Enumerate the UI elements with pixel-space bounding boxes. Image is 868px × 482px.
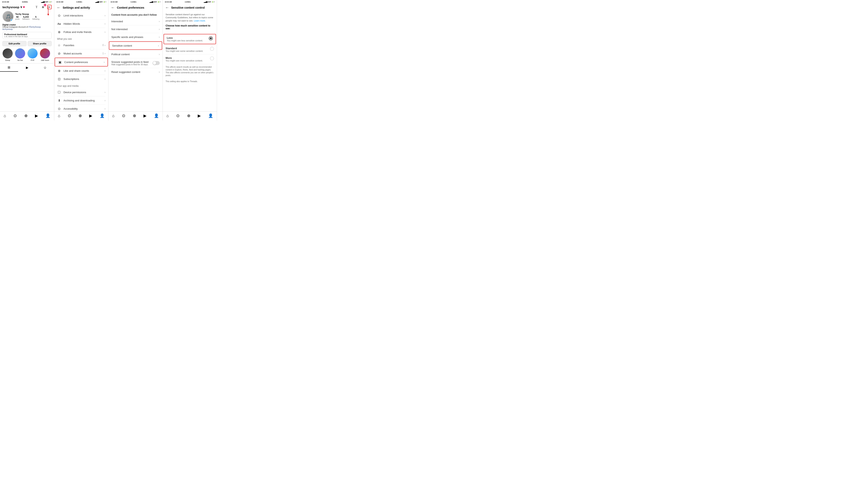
option-more[interactable]: More You might see more sensitive conten… xyxy=(163,55,217,64)
bio-link[interactable]: techysnoop xyxy=(2,28,52,30)
option-more-title: More xyxy=(165,57,208,59)
bio-hashtag[interactable]: #TechySnoop xyxy=(29,26,41,28)
snooze-toggle[interactable] xyxy=(153,61,160,65)
like-share-chevron: › xyxy=(104,69,105,72)
add-nav-3[interactable]: ⊕ xyxy=(133,113,136,118)
follow-invite-chevron: › xyxy=(104,30,105,34)
search-nav-3[interactable]: ⊙ xyxy=(122,113,125,118)
favorites-item[interactable]: ☆ Favorites 0 › xyxy=(54,41,108,49)
posts-label: posts xyxy=(15,18,20,20)
highlight-pyp[interactable]: PYP xyxy=(27,48,38,61)
search-nav[interactable]: ⊙ xyxy=(13,113,17,118)
sensitive-content-item[interactable]: Sensitive content › xyxy=(109,41,162,50)
hidden-words-chevron: › xyxy=(104,22,105,25)
home-nav-2[interactable]: ⌂ xyxy=(58,114,60,118)
online-dot xyxy=(23,6,25,8)
bio-role: Digital creator xyxy=(2,24,52,26)
reels-tab[interactable]: ▶ xyxy=(18,63,36,72)
subscriptions-icon: ⊡ xyxy=(57,77,61,81)
political-content-item[interactable]: Political content › xyxy=(108,51,162,58)
content-prefs-back-btn[interactable]: ← xyxy=(111,5,115,10)
specific-words-item[interactable]: Specific words and phrases › xyxy=(108,33,162,41)
like-share-item[interactable]: ⊗ Like and share counts › xyxy=(54,67,108,75)
favorites-icon: ☆ xyxy=(57,43,61,47)
hidden-words-item[interactable]: Aa Hidden Words › xyxy=(54,20,108,28)
muted-accounts-item[interactable]: ⊘ Muted accounts 1 › xyxy=(54,50,108,58)
reels-nav-3[interactable]: ▶ xyxy=(144,113,147,118)
content-prefs-title: Content preferences xyxy=(117,6,144,9)
profile-nav-4[interactable]: 👤 xyxy=(208,113,213,118)
status-icons-3: ▂▄▆ WiFi 🔋+ xyxy=(150,1,160,3)
add-nav-2[interactable]: ⊕ xyxy=(79,113,82,118)
profile-nav-2[interactable]: 👤 xyxy=(100,113,105,118)
content-preferences-label: Content preferences xyxy=(64,61,88,64)
option-standard[interactable]: Standard You might see some sensitive co… xyxy=(163,45,217,54)
content-tab-bar: ⊞ ▶ ☺ xyxy=(0,63,54,72)
learn-more-link[interactable]: Learn more. xyxy=(194,20,206,22)
signal-icon: ▂▄▆ xyxy=(41,1,44,3)
search-nav-2[interactable]: ⊙ xyxy=(68,113,71,118)
share-profile-button[interactable]: Share profile xyxy=(28,41,52,46)
settings-back-btn[interactable]: ← xyxy=(57,5,61,10)
edit-profile-button[interactable]: Edit profile xyxy=(2,41,27,46)
content-preferences-item[interactable]: ▣ Content preferences › xyxy=(55,58,108,66)
highlight-dump[interactable]: Dump xyxy=(2,48,13,61)
follow-invite-item[interactable]: ⊕ Follow and invite friends › xyxy=(54,28,108,36)
option-standard-radio[interactable] xyxy=(210,47,214,51)
reels-nav[interactable]: ▶ xyxy=(35,113,38,118)
follow-invite-label: Follow and invite friends xyxy=(63,31,91,34)
profile-header: techysnoop ∨ 𝕋 ⊕ 9+ ≡ xyxy=(0,4,54,10)
professional-dashboard[interactable]: Professional dashboard 1.4L views in the… xyxy=(2,32,52,39)
limit-interactions-item[interactable]: ⊙ Limit interactions › xyxy=(54,11,108,20)
grid-tab[interactable]: ⊞ xyxy=(0,63,18,72)
sensitive-back-btn[interactable]: ← xyxy=(165,5,169,10)
highlight-sofar[interactable]: So Far xyxy=(15,48,25,61)
like-share-icon: ⊗ xyxy=(57,69,61,73)
bottom-nav-1: ⌂ ⊙ ⊕ ▶ 👤 xyxy=(0,111,54,121)
add-story-btn[interactable]: + xyxy=(10,19,14,22)
wifi-icon: WiFi xyxy=(45,1,49,3)
content-prefs-panel: 10:33 AM 3.1KB/s ▂▄▆ WiFi 🔋+ ← Content p… xyxy=(108,0,163,121)
posts-count: 92 xyxy=(15,16,20,18)
status-time-1: 10:33 AM xyxy=(2,1,9,3)
reset-suggested-item[interactable]: Reset suggested content › xyxy=(108,68,162,76)
option-less-radio[interactable] xyxy=(209,36,213,40)
option-more-radio[interactable] xyxy=(210,57,214,60)
add-icon-btn[interactable]: ⊕ 9+ xyxy=(41,5,45,9)
interested-item[interactable]: Interested › xyxy=(108,18,162,25)
accessibility-label: Accessibility xyxy=(63,107,78,110)
wifi-icon-2: WiFi xyxy=(99,1,103,3)
favorites-count: 0 xyxy=(102,44,104,46)
muted-accounts-right: 1 › xyxy=(102,52,105,55)
reels-nav-2[interactable]: ▶ xyxy=(89,113,92,118)
username-text: techysnoop xyxy=(2,5,19,9)
signal-icon-4: ▂▄▆ xyxy=(204,1,207,3)
reels-nav-4[interactable]: ▶ xyxy=(198,113,201,118)
option-less[interactable]: Less You might see less sensitive conten… xyxy=(163,34,216,44)
following-count: 5 xyxy=(32,16,39,18)
profile-nav-3[interactable]: 👤 xyxy=(154,113,159,118)
home-nav-3[interactable]: ⌂ xyxy=(112,114,115,118)
snooze-sub: Hide suggested posts in feed for 30 days… xyxy=(111,63,149,66)
sensitive-title: Sensitive content control xyxy=(171,6,205,9)
archiving-label: Archiving and downloading xyxy=(63,99,95,102)
highlight-addyours[interactable]: Add Yours xyxy=(40,48,50,61)
home-nav[interactable]: ⌂ xyxy=(4,114,6,118)
archiving-item[interactable]: ⬇ Archiving and downloading › xyxy=(54,96,108,104)
profile-avatar[interactable]: 🎵 + xyxy=(2,11,14,22)
not-interested-label: Not interested xyxy=(111,28,128,31)
add-nav[interactable]: ⊕ xyxy=(24,113,28,118)
story-row: 🎵 + Techy Snoop 92 posts 5,233 followers… xyxy=(0,10,54,23)
device-permissions-item[interactable]: ☐ Device permissions › xyxy=(54,88,108,96)
profile-nav[interactable]: 👤 xyxy=(45,113,51,118)
home-nav-4[interactable]: ⌂ xyxy=(166,114,169,118)
threads-icon-btn[interactable]: 𝕋 xyxy=(34,5,39,9)
settings-title: Settings and activity xyxy=(63,6,90,9)
status-time-3: 10:33 AM xyxy=(111,1,118,3)
search-nav-4[interactable]: ⊙ xyxy=(176,113,180,118)
tagged-tab[interactable]: ☺ xyxy=(36,63,54,72)
add-nav-4[interactable]: ⊕ xyxy=(187,113,190,118)
device-permissions-chevron: › xyxy=(104,91,105,94)
subscriptions-item[interactable]: ⊡ Subscriptions › xyxy=(54,75,108,83)
not-interested-item[interactable]: Not interested › xyxy=(108,25,162,33)
